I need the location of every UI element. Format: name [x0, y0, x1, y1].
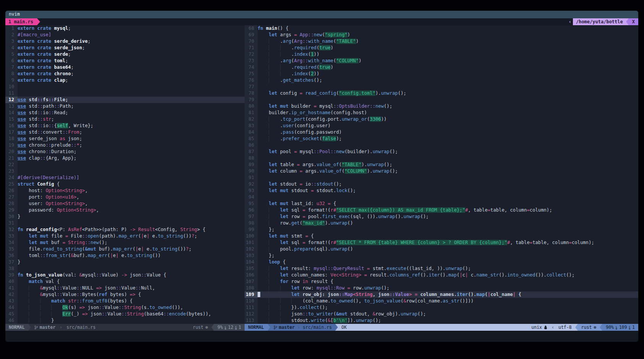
- code-line[interactable]: 86: [245, 142, 638, 149]
- code-line[interactable]: 104 loop {: [245, 259, 638, 265]
- code-line[interactable]: 46 }: [5, 317, 245, 324]
- code-line[interactable]: 94: [245, 194, 638, 201]
- code-line[interactable]: 109 let row_obj: json::Map<String, json:…: [245, 291, 638, 298]
- code-line[interactable]: 71 .required(true): [245, 45, 638, 51]
- code-line[interactable]: 2#[macro_use]: [5, 32, 245, 38]
- code-line[interactable]: 26 host: Option<String>,: [5, 188, 245, 194]
- code-line[interactable]: 3extern crate serde_derive;: [5, 38, 245, 45]
- code-line[interactable]: 12use std::fs::File;: [5, 97, 245, 103]
- code-line[interactable]: 24#[derive(Deserialize)]: [5, 175, 245, 181]
- terminal-titlebar[interactable]: nvim: [5, 11, 638, 18]
- code-line[interactable]: 41 &mysql::Value::NULL => json::Value::N…: [5, 285, 245, 291]
- code-line[interactable]: 111 }).collect();: [245, 304, 638, 311]
- code-line[interactable]: 78 let config = read_config("config.toml…: [245, 90, 638, 97]
- code-line[interactable]: 31: [5, 220, 245, 226]
- code-line[interactable]: 68fn main() {: [245, 25, 638, 32]
- code-line[interactable]: 70 .arg(Arg::with_name("TABLE"): [245, 38, 638, 45]
- command-line[interactable]: [5, 331, 638, 342]
- code-line[interactable]: 77: [245, 84, 638, 90]
- code-line[interactable]: 15use std::str;: [5, 116, 245, 123]
- code-line[interactable]: 42 &mysql::Value::Bytes(ref bytes) => {: [5, 291, 245, 298]
- code-line[interactable]: 95 let mut last_id: u32 = {: [245, 201, 638, 207]
- code-line[interactable]: 99 };: [245, 226, 638, 233]
- code-line[interactable]: 81 builder.ip_or_hostname(config.host): [245, 110, 638, 116]
- code-line[interactable]: 105 let result: mysql::QueryResult = stm…: [245, 265, 638, 272]
- code-line[interactable]: 96 let sql = format!(r#"SELECT max({colu…: [245, 207, 638, 213]
- editor-area: 1extern crate mysql;2#[macro_use]3extern…: [5, 25, 638, 324]
- code-line[interactable]: 74 .required(true): [245, 64, 638, 71]
- code-line[interactable]: 25struct Config {: [5, 181, 245, 188]
- code-line[interactable]: 30}: [5, 213, 245, 220]
- code-line[interactable]: 8extern crate chrono;: [5, 71, 245, 77]
- code-line[interactable]: 11: [5, 90, 245, 97]
- code-line[interactable]: 13use std::path::Path;: [5, 103, 245, 110]
- code-line[interactable]: 75 .index(2)): [245, 71, 638, 77]
- code-line[interactable]: 85 .prefer_socket(false);: [245, 136, 638, 142]
- code-line[interactable]: 16use std::io::{self, Write};: [5, 123, 245, 129]
- code-line[interactable]: 92 let stdout = io::stdout();: [245, 181, 638, 188]
- code-line[interactable]: 101 let sql = format!(r#"SELECT * FROM {…: [245, 239, 638, 246]
- code-line[interactable]: 20use chrono::Duration;: [5, 149, 245, 155]
- editor-pane-right[interactable]: 68fn main() {69 let args = App::new("spr…: [245, 25, 638, 324]
- code-line[interactable]: 9extern crate clap;: [5, 77, 245, 84]
- code-line[interactable]: 69 let args = App::new("spring"): [245, 32, 638, 38]
- code-line[interactable]: 76 .get_matches();: [245, 77, 638, 84]
- code-line[interactable]: 89 let table = args.value_of("TABLE").un…: [245, 162, 638, 168]
- code-line[interactable]: 36 toml::from_str(&buf).map_err(|e| e.to…: [5, 252, 245, 259]
- code-line[interactable]: 87 let pool = mysql::Pool::new(builder).…: [245, 149, 638, 155]
- code-line[interactable]: 106 let column_names: Vec<String> = resu…: [245, 272, 638, 278]
- code-line[interactable]: 102 pool.prepare(sql).unwrap(): [245, 246, 638, 252]
- code-line[interactable]: 112 json::to_writer(&mut stdout, &row_ob…: [245, 311, 638, 317]
- code-line[interactable]: 18use serde_json as json;: [5, 136, 245, 142]
- code-line[interactable]: 40 match val {: [5, 278, 245, 285]
- code-line[interactable]: 28 user: Option<String>,: [5, 201, 245, 207]
- code-line[interactable]: 4extern crate serde_json;: [5, 45, 245, 51]
- code-line[interactable]: 113 stdout.write(&[b'\n']).unwrap();: [245, 317, 638, 324]
- code-line[interactable]: 37}: [5, 259, 245, 265]
- code-line[interactable]: 21use clap::{Arg, App};: [5, 155, 245, 162]
- line-number: 7: [5, 64, 18, 71]
- code-line[interactable]: 38: [5, 265, 245, 272]
- code-line[interactable]: 73 .arg(Arg::with_name("COLUMN"): [245, 58, 638, 64]
- code-line[interactable]: 45 Err(_) => json::Value::String(base64:…: [5, 311, 245, 317]
- code-line[interactable]: 91: [245, 175, 638, 181]
- code-line[interactable]: 6extern crate toml;: [5, 58, 245, 64]
- code-line[interactable]: 97 let row = pool.first_exec(sql, ()).un…: [245, 213, 638, 220]
- code-line[interactable]: 5extern crate serde;: [5, 51, 245, 58]
- code-line[interactable]: 79: [245, 97, 638, 103]
- code-line[interactable]: 7extern crate base64;: [5, 64, 245, 71]
- code-line[interactable]: 108 let row: mysql::Row = row.unwrap();: [245, 285, 638, 291]
- code-line[interactable]: 44 Ok(s) => json::Value::String(s.to_own…: [5, 304, 245, 311]
- code-line[interactable]: 33 let mut file = File::open(path).map_e…: [5, 233, 245, 239]
- code-line[interactable]: 23: [5, 168, 245, 175]
- code-line[interactable]: 27 port: Option<u16>,: [5, 194, 245, 201]
- close-session-button[interactable]: X: [629, 18, 638, 25]
- code-line[interactable]: 1extern crate mysql;: [5, 25, 245, 32]
- code-line[interactable]: 17use std::convert::From;: [5, 129, 245, 136]
- code-line[interactable]: 110 (col_name.to_owned(), to_json_value(…: [245, 298, 638, 304]
- code-line[interactable]: 100 let mut stmt = {: [245, 233, 638, 239]
- code-line[interactable]: 107 for row in result {: [245, 278, 638, 285]
- code-line[interactable]: 39fn to_json_value(val: &mysql::Value) -…: [5, 272, 245, 278]
- code-line[interactable]: 103 };: [245, 252, 638, 259]
- code-line[interactable]: 83 .user(config.user): [245, 123, 638, 129]
- code-line[interactable]: 80 let mut builder = mysql::OptsBuilder:…: [245, 103, 638, 110]
- code-line[interactable]: 90 let column = args.value_of("COLUMN").…: [245, 168, 638, 175]
- code-line[interactable]: 19use chrono::prelude::*;: [5, 142, 245, 149]
- code-line[interactable]: 14use std::io::Read;: [5, 110, 245, 116]
- code-line[interactable]: 88: [245, 155, 638, 162]
- code-line[interactable]: 72 .index(1)): [245, 51, 638, 58]
- code-line[interactable]: 34 let mut buf = String::new();: [5, 239, 245, 246]
- code-line[interactable]: 35 file.read_to_string(&mut buf).map_err…: [5, 246, 245, 252]
- code-line[interactable]: 84 .pass(config.password): [245, 129, 638, 136]
- code-line[interactable]: 29 password: Option<String>,: [5, 207, 245, 213]
- editor-pane-left[interactable]: 1extern crate mysql;2#[macro_use]3extern…: [5, 25, 245, 324]
- code-line[interactable]: 22: [5, 162, 245, 168]
- tab-main-rs[interactable]: 1 main.rs: [5, 18, 37, 25]
- code-line[interactable]: 10: [5, 84, 245, 90]
- code-line[interactable]: 43 match str::from_utf8(bytes) {: [5, 298, 245, 304]
- code-line[interactable]: 32fn read_config<P: AsRef<Path>>(path: P…: [5, 226, 245, 233]
- code-line[interactable]: 82 .tcp_port(config.port.unwrap_or(3306)…: [245, 116, 638, 123]
- code-line[interactable]: 93 let mut stdout = stdout.lock();: [245, 188, 638, 194]
- code-line[interactable]: 98 row.get("max_id").unwrap(): [245, 220, 638, 226]
